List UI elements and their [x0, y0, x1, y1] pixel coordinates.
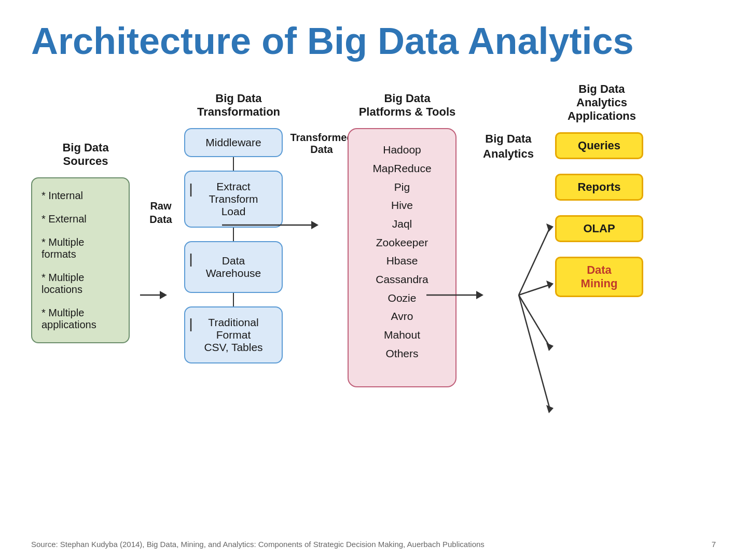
raw-data-label: RawData — [149, 199, 172, 226]
apps-stack: Queries Reports OLAP DataMining — [550, 132, 648, 297]
svg-marker-6 — [311, 221, 319, 229]
datamining-box: DataMining — [555, 257, 643, 297]
svg-line-15 — [519, 295, 550, 409]
source-formats: * Multipleformats — [42, 236, 119, 260]
middleware-box: Middleware — [184, 128, 283, 157]
sources-box: * Internal * External * Multipleformats … — [31, 177, 130, 343]
source-external: * External — [42, 213, 119, 225]
col-apps: Big DataAnalyticsApplications Queries Re… — [550, 82, 654, 297]
queries-box: Queries — [555, 132, 643, 159]
source-internal: * Internal — [42, 190, 119, 202]
platforms-header: Big DataPlatforms & Tools — [348, 82, 467, 119]
source-applications: * Multipleapplications — [42, 307, 119, 331]
svg-line-13 — [519, 295, 550, 347]
analytics-col: Big DataAnalytics — [467, 82, 550, 161]
platforms-box: HadoopMapReducePigHiveJaqlZookeeperHbase… — [348, 128, 457, 387]
slide: Architecture of Big Data Analytics — [0, 0, 747, 560]
col-platforms: Big DataPlatforms & Tools HadoopMapReduc… — [348, 82, 467, 387]
vline1 — [233, 157, 234, 171]
svg-marker-8 — [476, 291, 483, 299]
traditional-box: TraditionalFormatCSV, Tables — [184, 306, 283, 363]
svg-marker-16 — [546, 405, 554, 413]
svg-marker-14 — [546, 343, 554, 351]
svg-line-9 — [519, 228, 550, 295]
page-number: 7 — [712, 540, 716, 549]
footer-source: Source: Stephan Kudyba (2014), Big Data,… — [31, 540, 485, 549]
col-sources: Big Data Sources * Internal * External *… — [31, 82, 140, 343]
vline3 — [233, 293, 234, 306]
vline2 — [233, 228, 234, 241]
transformed-data-label: TransformedData — [290, 132, 353, 156]
analytics-label: Big DataAnalytics — [483, 132, 534, 161]
svg-line-11 — [519, 285, 550, 295]
reports-box: Reports — [555, 174, 643, 201]
diagram: Big Data Sources * Internal * External *… — [31, 82, 716, 461]
etl-box: ExtractTransformLoad — [184, 171, 283, 228]
footer: Source: Stephan Kudyba (2014), Big Data,… — [0, 540, 747, 549]
svg-marker-4 — [160, 291, 167, 299]
sources-header: Big Data Sources — [31, 132, 140, 168]
source-locations: * Multiplelocations — [42, 272, 119, 296]
raw-data-arrow-col: RawData — [140, 150, 182, 226]
col-transformation: Big DataTransformation Middleware Extrac… — [182, 82, 296, 363]
transformed-data-col: TransformedData — [296, 82, 348, 160]
sources-header-text: Big Data Sources — [62, 141, 108, 168]
datawarehouse-box: DataWarehouse — [184, 241, 283, 293]
transform-stack: Middleware ExtractTransformLoad DataWare… — [182, 128, 285, 363]
page-title: Architecture of Big Data Analytics — [31, 21, 716, 62]
apps-header: Big DataAnalyticsApplications — [550, 82, 654, 123]
transform-header: Big DataTransformation — [182, 82, 296, 119]
olap-box: OLAP — [555, 215, 643, 242]
